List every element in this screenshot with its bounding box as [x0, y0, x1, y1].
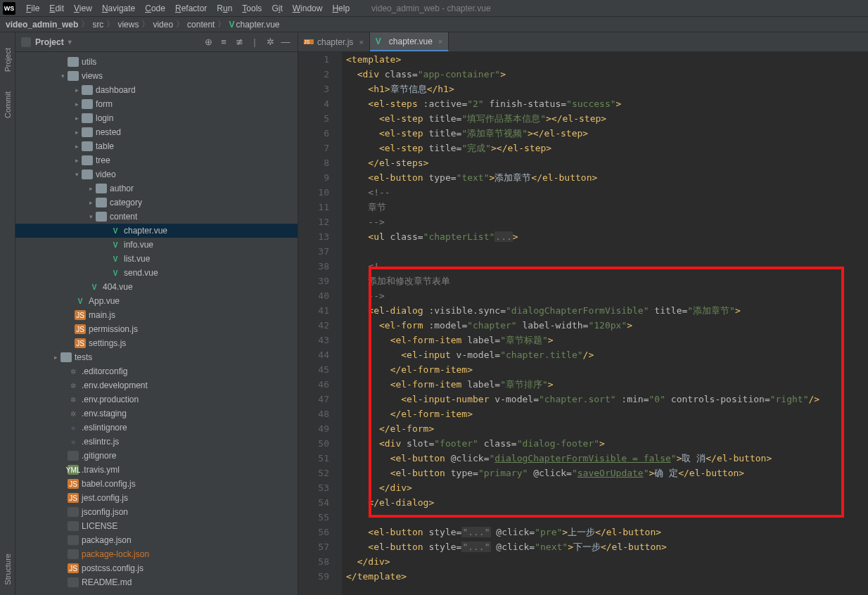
tree-item[interactable]: Vlist.vue — [15, 252, 298, 266]
tree-item-label: README.md — [82, 577, 132, 587]
tree-item-label: settings.js — [89, 338, 126, 348]
menu-code[interactable]: Code — [140, 4, 170, 13]
js-icon: JS — [75, 324, 86, 334]
tree-item[interactable]: V404.vue — [15, 280, 298, 294]
gear-icon: ✲ — [68, 366, 79, 376]
tree-item-label: login — [96, 113, 113, 123]
tool-structure-tab[interactable]: Structure — [4, 554, 12, 585]
tab-chapter-js[interactable]: JS chapter.js × — [298, 32, 370, 51]
tree-item[interactable]: YML.travis.yml — [15, 463, 298, 477]
gear-icon[interactable]: ✲ — [264, 36, 276, 49]
hide-icon[interactable]: — — [279, 36, 292, 49]
breadcrumb-video[interactable]: video — [153, 20, 173, 30]
tree-arrow-icon[interactable] — [87, 185, 94, 192]
tree-item[interactable]: VApp.vue — [15, 294, 298, 308]
tree-arrow-icon[interactable] — [73, 157, 80, 164]
project-label[interactable]: Project — [35, 37, 64, 47]
line-number: 1 — [298, 52, 329, 67]
close-icon[interactable]: × — [438, 37, 442, 46]
breadcrumb-views[interactable]: views — [117, 20, 139, 30]
tree-arrow-icon[interactable] — [73, 171, 80, 178]
tree-item[interactable]: JSbabel.config.js — [15, 477, 298, 491]
tree-item[interactable]: package-lock.json — [15, 547, 298, 561]
tab-chapter-vue[interactable]: V chapter.vue × — [370, 32, 449, 51]
tree-item[interactable]: ✲.editorconfig — [15, 364, 298, 378]
tree-arrow-icon[interactable] — [52, 354, 59, 361]
tool-commit-tab[interactable]: Commit — [4, 91, 12, 118]
tree-item[interactable]: JSmain.js — [15, 308, 298, 322]
line-number: 3 — [298, 82, 329, 96]
tree-arrow-icon[interactable] — [73, 143, 80, 150]
menu-view[interactable]: View — [69, 4, 97, 13]
project-tree[interactable]: utilsviewsdashboardformloginnestedtablet… — [15, 52, 298, 595]
tree-item-label: .gitignore — [82, 451, 116, 461]
eslint-icon: ○ — [68, 437, 79, 447]
tree-item[interactable]: LICENSE — [15, 519, 298, 533]
menu-edit[interactable]: Edit — [44, 4, 69, 13]
tree-arrow-icon[interactable] — [73, 129, 80, 136]
tree-arrow-icon[interactable] — [73, 115, 80, 122]
tree-item[interactable]: tree — [15, 153, 298, 167]
tree-item[interactable]: JSjest.config.js — [15, 491, 298, 505]
breadcrumb-file[interactable]: chapter.vue — [236, 20, 279, 30]
tree-item[interactable]: views — [15, 69, 298, 83]
tab-label: chapter.js — [317, 37, 353, 47]
ide-logo: WS — [3, 2, 15, 15]
tree-item[interactable]: nested — [15, 125, 298, 139]
txt-icon — [68, 507, 79, 517]
tree-item[interactable]: form — [15, 97, 298, 111]
tree-item[interactable]: .gitignore — [15, 449, 298, 463]
tree-arrow-icon[interactable] — [87, 213, 94, 220]
menu-git[interactable]: Git — [267, 4, 287, 13]
menu-refactor[interactable]: Refactor — [170, 4, 212, 13]
tree-item[interactable]: video — [15, 167, 298, 181]
tree-item[interactable]: Vchapter.vue — [15, 224, 298, 238]
tree-item[interactable]: ✲.env.production — [15, 392, 298, 407]
tool-project-tab[interactable]: Project — [4, 48, 12, 72]
tree-item[interactable]: JSpostcss.config.js — [15, 561, 298, 575]
tree-item[interactable]: tests — [15, 350, 298, 364]
tree-item[interactable]: utils — [15, 55, 298, 69]
breadcrumb-project[interactable]: video_admin_web — [6, 20, 78, 30]
tree-arrow-icon[interactable] — [59, 72, 66, 79]
tree-item-label: .env.staging — [82, 409, 127, 418]
menu-help[interactable]: Help — [327, 4, 355, 13]
tree-item[interactable]: author — [15, 181, 298, 196]
tree-item[interactable]: package.json — [15, 533, 298, 547]
code-editor[interactable]: 1234567891011121337383940414243444546474… — [298, 52, 868, 595]
tree-item[interactable]: dashboard — [15, 83, 298, 97]
tree-item[interactable]: Vsend.vue — [15, 266, 298, 280]
tree-item[interactable]: JSpermission.js — [15, 322, 298, 336]
tree-item-label: form — [96, 99, 113, 109]
tree-arrow-icon[interactable] — [87, 199, 94, 206]
menu-run[interactable]: Run — [212, 4, 237, 13]
expand-all-icon[interactable]: ≡ — [217, 36, 230, 49]
menu-window[interactable]: Window — [288, 4, 328, 13]
code-content[interactable]: <template> <div class="app-container"> <… — [342, 52, 868, 595]
breadcrumb-src[interactable]: src — [92, 20, 103, 30]
tree-item[interactable]: ✲.env.staging — [15, 407, 298, 421]
js-icon: JS — [68, 563, 79, 573]
breadcrumb-content[interactable]: content — [187, 20, 215, 30]
tree-item[interactable]: ○.eslintignore — [15, 421, 298, 435]
menu-tools[interactable]: Tools — [237, 4, 267, 13]
tree-item[interactable]: content — [15, 210, 298, 224]
menu-navigate[interactable]: Navigate — [97, 4, 140, 13]
tree-item[interactable]: ✲.env.development — [15, 378, 298, 392]
tree-arrow-icon[interactable] — [73, 101, 80, 108]
tree-item[interactable]: ○.eslintrc.js — [15, 435, 298, 449]
chevron-down-icon[interactable]: ▼ — [67, 39, 73, 46]
tree-item[interactable]: login — [15, 111, 298, 125]
tree-arrow-icon[interactable] — [73, 87, 80, 94]
close-icon[interactable]: × — [359, 38, 363, 46]
tree-item[interactable]: README.md — [15, 575, 298, 589]
menu-file[interactable]: File — [21, 4, 44, 13]
txt-icon — [68, 549, 79, 559]
tree-item[interactable]: table — [15, 139, 298, 153]
tree-item[interactable]: category — [15, 196, 298, 210]
tree-item[interactable]: jsconfig.json — [15, 505, 298, 519]
collapse-all-icon[interactable]: ≢ — [233, 36, 245, 49]
tree-item[interactable]: JSsettings.js — [15, 336, 298, 350]
locate-icon[interactable]: ⊕ — [202, 36, 215, 49]
tree-item[interactable]: Vinfo.vue — [15, 238, 298, 252]
